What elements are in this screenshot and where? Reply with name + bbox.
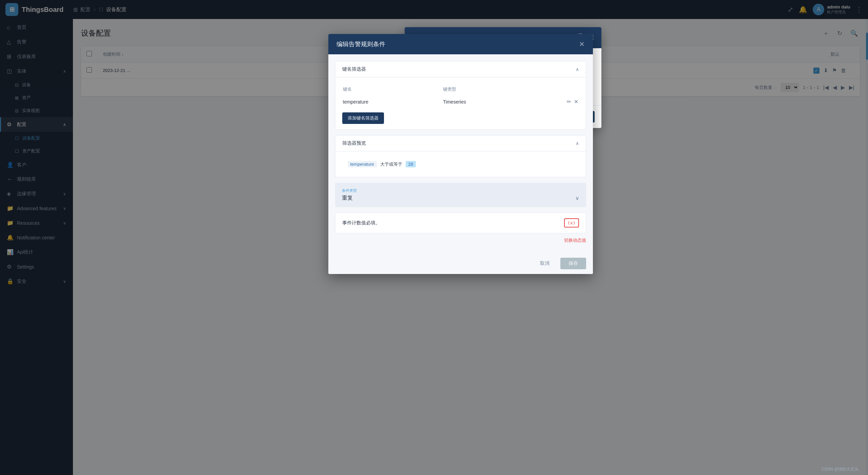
- filter-preview-title: 筛选器预览: [342, 140, 366, 146]
- filter-delete-btn[interactable]: ✕: [574, 98, 578, 105]
- key-filter-section: 键名筛选器 ∧ 键名 键类型 temperature: [335, 61, 586, 130]
- event-count-btn[interactable]: (x): [564, 218, 579, 227]
- filter-preview-collapse-icon[interactable]: ∧: [576, 141, 579, 146]
- condition-type-value: 重复: [342, 195, 353, 202]
- filter-preview-body: temperature 大于或等于 28: [335, 151, 586, 177]
- condition-type-arrow-icon[interactable]: ∨: [575, 195, 579, 201]
- col-key-name: 键名: [343, 84, 443, 95]
- add-key-filter-btn[interactable]: 添加键名筛选器: [342, 112, 384, 124]
- modal-edit-header: 编辑告警规则条件 ✕: [328, 34, 593, 54]
- filter-preview-content: temperature 大于或等于 28: [342, 157, 579, 171]
- key-filter-collapse-icon[interactable]: ∧: [576, 67, 579, 72]
- filter-row-actions: ✏ ✕: [533, 96, 578, 108]
- col-actions: [533, 84, 578, 95]
- key-filter-body: 键名 键类型 temperature Timeseries ✏: [335, 77, 586, 129]
- filter-preview-section: 筛选器预览 ∧ temperature 大于或等于 28: [335, 135, 586, 177]
- filter-preview-key: temperature: [348, 161, 377, 167]
- filter-preview-op: 大于或等于: [380, 161, 402, 167]
- filter-key-value: temperature: [343, 96, 443, 108]
- modal-edit-save-btn[interactable]: 保存: [560, 258, 586, 269]
- filter-edit-btn[interactable]: ✏: [567, 98, 571, 105]
- event-count-label: 事件计数值必填。: [342, 220, 380, 226]
- modal-edit-body: 键名筛选器 ∧ 键名 键类型 temperature: [328, 54, 593, 253]
- key-filter-title: 键名筛选器: [342, 66, 366, 72]
- dynamic-value-label: 切换动态值: [335, 237, 586, 243]
- event-count-section: 事件计数值必填。 (x): [335, 213, 586, 233]
- col-key-type: 键类型: [443, 84, 533, 95]
- filter-preview-val: 28: [406, 161, 416, 167]
- filter-preview-header: 筛选器预览 ∧: [335, 135, 586, 151]
- filter-table: 键名 键类型 temperature Timeseries ✏: [342, 83, 579, 108]
- modal-edit: 编辑告警规则条件 ✕ 键名筛选器 ∧ 键名 键类型: [328, 34, 593, 274]
- modal-edit-title: 编辑告警规则条件: [336, 40, 385, 48]
- condition-type-label: 条件类型: [342, 188, 579, 193]
- condition-type-section: 条件类型 重复 ∨: [335, 183, 586, 207]
- condition-value-row: 重复 ∨: [342, 195, 579, 202]
- modal-edit-cancel-btn[interactable]: 取消: [533, 258, 556, 269]
- filter-type-value: Timeseries: [443, 96, 533, 108]
- watermark: CSDN @情纱大瓜头、: [821, 467, 863, 472]
- filter-row: temperature Timeseries ✏ ✕: [343, 96, 578, 108]
- modal-edit-footer: 取消 保存: [328, 253, 593, 274]
- modal-edit-close-btn[interactable]: ✕: [579, 40, 585, 48]
- key-filter-header: 键名筛选器 ∧: [335, 61, 586, 77]
